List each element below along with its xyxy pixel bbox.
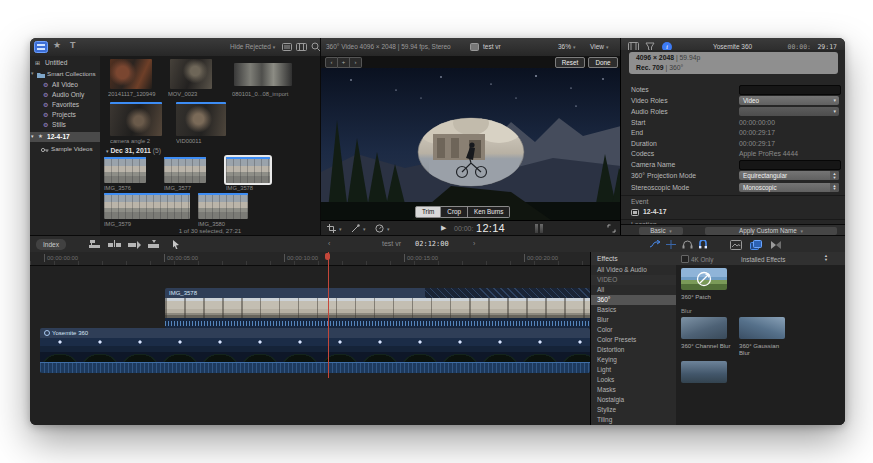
fx-category-360-selected[interactable]: 360° (591, 295, 676, 305)
browser-clip-mov0023[interactable] (170, 59, 212, 89)
reset-button[interactable]: Reset (555, 57, 585, 68)
tab-trim[interactable]: Trim (415, 206, 441, 218)
sidebar-item-audio-only[interactable]: ⚙Audio Only (30, 90, 100, 100)
sidebar-item-all-video[interactable]: ⚙All Video (30, 80, 100, 90)
sidebar-item-smart-collections[interactable]: ▾ Smart Collections (30, 69, 100, 79)
forward-arrow-icon[interactable]: › (350, 57, 362, 68)
index-button[interactable]: Index (36, 239, 66, 250)
tool-select-icon[interactable] (172, 240, 180, 249)
connect-edit-icon[interactable] (88, 240, 101, 249)
viewer-canvas[interactable] (321, 68, 621, 220)
fx-category[interactable]: Blur (591, 315, 676, 325)
fx-category[interactable]: Looks (591, 375, 676, 385)
photos-audio-sidebar-icon[interactable]: ★ (53, 40, 61, 50)
insert-edit-icon[interactable] (108, 240, 121, 249)
transitions-browser-icon[interactable] (770, 240, 782, 250)
effect-360-channel-blur[interactable] (681, 317, 727, 339)
timeline-back-arrow[interactable]: ‹ (328, 240, 330, 247)
clip-filmstrip (40, 338, 590, 362)
blur-section-label: Blur (681, 307, 731, 314)
media-browser-icon[interactable] (730, 240, 742, 250)
sidebar-item-sample-videos[interactable]: Sample Videos (30, 144, 100, 154)
browser-clip-img3580[interactable] (198, 193, 248, 219)
browser-clip-img3577[interactable] (164, 157, 206, 183)
browser-clip-vid00011[interactable] (176, 102, 226, 136)
clip-appearance-icon[interactable] (282, 42, 292, 52)
video-roles-dropdown[interactable]: Video▾ (739, 96, 839, 105)
skimming-toggle-icon[interactable] (649, 240, 661, 249)
connected-clip-img3578[interactable]: IMG_3578 (165, 288, 590, 328)
crop-tool-icon[interactable]: ▾ (327, 224, 342, 233)
effect-360-patch[interactable] (681, 268, 727, 290)
enhancements-wand-icon[interactable]: ▾ (351, 224, 366, 233)
browser-clip-img3576[interactable] (104, 157, 146, 183)
installed-effects-menu[interactable]: Installed Effects (741, 256, 785, 263)
import-media-icon[interactable] (34, 41, 48, 53)
camera-name-input[interactable] (739, 160, 841, 170)
audio-meter[interactable] (535, 224, 538, 233)
play-button[interactable]: ▶ (441, 224, 446, 232)
fx-category[interactable]: All (591, 285, 676, 295)
fx-category[interactable]: Distortion (591, 345, 676, 355)
sidebar-item-library[interactable]: ⊞Untitled (30, 58, 100, 68)
browser-clip-20141117[interactable] (110, 59, 152, 89)
stereoscopic-mode-stepper[interactable]: Monoscopic▲▼ (739, 183, 839, 192)
basic-metadata-button[interactable]: Basic ▾ (639, 227, 683, 235)
fx-category[interactable]: Basics (591, 305, 676, 315)
installed-effects-stepper[interactable]: ▲▼ (824, 254, 828, 262)
event-browser: 20141117_120949 MOV_0023 080101_0...08_i… (100, 56, 320, 235)
browser-clip-img3578-selected[interactable] (226, 157, 270, 183)
event-name[interactable]: 12-4-17 (643, 208, 666, 215)
viewer-nav-arrows[interactable]: ‹+› (325, 57, 362, 68)
timeline-area[interactable]: 00:00:00:00 00:00:05:00 00:00:10:00 00:0… (30, 252, 590, 425)
fx-category[interactable]: Color Presets (591, 335, 676, 345)
browser-clip-import[interactable] (234, 63, 292, 86)
audio-meter[interactable] (540, 224, 543, 233)
tab-crop[interactable]: Crop (441, 206, 468, 218)
fx-category[interactable]: All Video & Audio (591, 265, 676, 275)
overwrite-edit-icon[interactable] (148, 240, 161, 249)
fx-category[interactable]: Tiling (591, 415, 676, 425)
effect-thumbnail[interactable] (681, 361, 727, 383)
fx-category[interactable]: Nostalgia (591, 395, 676, 405)
solo-toggle-icon[interactable] (682, 240, 693, 249)
reorient-icon[interactable]: + (338, 57, 350, 68)
tab-ken-burns[interactable]: Ken Burns (468, 206, 510, 218)
titles-generators-sidebar-icon[interactable]: T (70, 40, 76, 50)
fx-category[interactable]: Masks (591, 385, 676, 395)
audio-skimming-toggle-icon[interactable] (666, 240, 676, 249)
viewer-zoom-menu[interactable]: 36%▾ (558, 43, 576, 50)
back-arrow-icon[interactable]: ‹ (325, 57, 338, 68)
retime-icon[interactable]: ▾ (375, 224, 390, 233)
apply-custom-name-button[interactable]: Apply Custom Name ▾ (705, 227, 837, 235)
done-button[interactable]: Done (588, 57, 618, 68)
4k-only-checkbox[interactable] (681, 255, 689, 263)
effect-360-gaussian-blur[interactable] (739, 317, 785, 339)
append-edit-icon[interactable] (128, 240, 141, 249)
projection-mode-stepper[interactable]: Equirectangular▲▼ (739, 171, 839, 180)
sidebar-item-favorites[interactable]: ⚙Favorites (30, 100, 100, 110)
fx-category[interactable]: Stylize (591, 405, 676, 415)
filmstrip-view-icon[interactable] (296, 42, 307, 52)
fx-category[interactable]: Color (591, 325, 676, 335)
fx-category[interactable]: Keying (591, 355, 676, 365)
timeline-ruler[interactable]: 00:00:00:00 00:00:05:00 00:00:10:00 00:0… (30, 252, 590, 266)
snapping-toggle-icon[interactable] (698, 240, 708, 249)
timeline-forward-arrow[interactable]: › (473, 240, 475, 247)
viewer-view-menu[interactable]: View▾ (590, 43, 609, 50)
sidebar-item-event-12-4-17[interactable]: ▾ ★ 12-4-17 (30, 132, 100, 142)
sidebar-item-projects[interactable]: ⚙Projects (30, 110, 100, 120)
effects-browser-icon[interactable] (750, 240, 762, 250)
playhead[interactable] (328, 252, 329, 378)
primary-clip-yosemite360[interactable]: Yosemite 360 (40, 328, 590, 373)
format-banner: 4096 × 2048 | 59.94p Rec. 709 | 360° (629, 52, 838, 74)
browser-group-header[interactable]: ▾ Dec 31, 2011 (5) (104, 147, 161, 154)
audio-roles-dropdown[interactable]: ▾ (739, 107, 839, 116)
fx-category[interactable]: Light (591, 365, 676, 375)
browser-clip-img3579[interactable] (104, 193, 190, 219)
notes-input[interactable] (739, 85, 841, 95)
browser-clip-camera-angle-2[interactable] (110, 102, 162, 136)
expand-viewer-icon[interactable] (607, 224, 616, 233)
hide-rejected-filter[interactable]: Hide Rejected▾ (230, 43, 275, 50)
sidebar-item-stills[interactable]: ⚙Stills (30, 120, 100, 130)
